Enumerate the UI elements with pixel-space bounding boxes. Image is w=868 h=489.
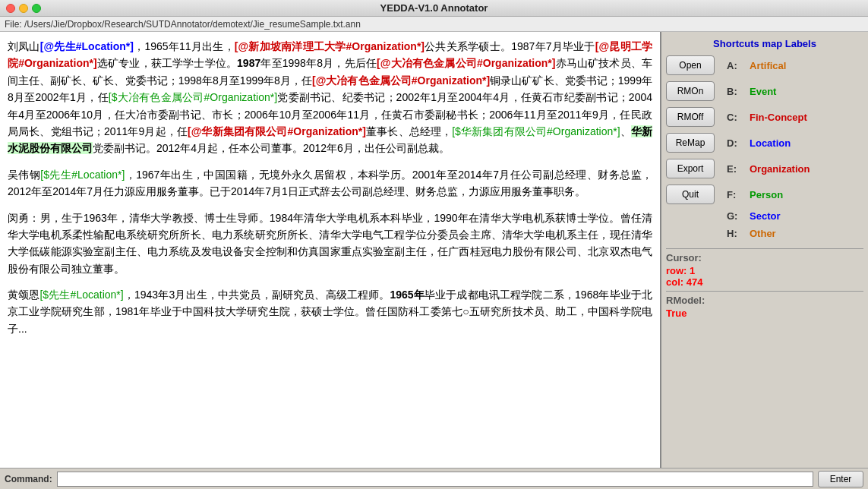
rmodel-value: True: [666, 308, 687, 319]
text-1k: 党委副书记。2012年4月起，任本公司董事。2012年6月，出任公司副总裁。: [93, 142, 450, 154]
text-panel[interactable]: 刘凤山[@先生#Location*]，1965年11月出生，[@新加坡南洋理工大…: [0, 32, 661, 468]
command-input[interactable]: [57, 472, 813, 487]
rmodel-section: RModel: True: [666, 291, 863, 319]
text-min: 闵勇：男，生于1963年，清华大学教授、博士生导师。1984年清华大学电机系本科…: [8, 212, 652, 275]
label-d: Location: [750, 137, 791, 149]
row-quit-f: Quit F: Person: [666, 185, 863, 204]
label-f: Person: [750, 189, 783, 200]
ann-location-1: [@先生#Location*]: [40, 40, 134, 52]
main-content: 刘凤山[@先生#Location*]，1965年11月出生，[@新加坡南洋理工大…: [0, 32, 868, 468]
file-path: File: /Users/Jie/Dropbox/Research/SUTDAn…: [5, 19, 361, 30]
ann-dollar-3: [$先生#Location*]: [40, 169, 125, 181]
text-1d: 1987: [237, 57, 260, 69]
command-label: Command:: [5, 474, 52, 484]
rmoff-button[interactable]: RMOff: [666, 107, 715, 127]
row-rmon-b: RMOn B: Event: [666, 81, 863, 101]
key-f: F:: [727, 189, 742, 200]
row-remap-d: ReMap D: Location: [666, 133, 863, 153]
cursor-row: row: 1: [666, 265, 695, 276]
row-h: H: Other: [666, 228, 863, 239]
text-4b: 1965年: [390, 289, 424, 301]
ann-org-4: [@大冶有色金属公司#Organization*]: [312, 74, 490, 87]
ann-org-3: [@大冶有色金属公司#Organization*]: [377, 57, 555, 69]
right-panel: Shortcuts map Labels Open A: Artifical R…: [661, 32, 868, 468]
label-g: Sector: [750, 210, 780, 222]
text-liu: 刘凤山: [8, 40, 40, 52]
rmodel-label: RModel:: [666, 295, 705, 306]
ann-dollar-4: [$先生#Location*]: [39, 289, 123, 301]
export-button[interactable]: Export: [666, 159, 715, 178]
ann-dollar-1: [$大冶有色金属公司#Organization*]: [109, 91, 277, 103]
minimize-button[interactable]: [19, 4, 28, 13]
row-g: G: Sector: [666, 210, 863, 222]
key-e: E:: [727, 163, 742, 175]
remap-button[interactable]: ReMap: [666, 133, 715, 153]
label-e: Organization: [750, 163, 810, 175]
ann-dollar-2: [$华新集团有限公司#Organization*]: [452, 125, 620, 137]
text-4a: ，1943年3月出生，中共党员，副研究员、高级工程师。: [124, 289, 390, 301]
maximize-button[interactable]: [32, 4, 41, 13]
quit-button[interactable]: Quit: [666, 185, 715, 204]
cursor-label: Cursor:: [666, 252, 702, 263]
label-c: Fin-Concept: [750, 112, 807, 123]
text-1i: 董事长、总经理，: [366, 125, 452, 137]
text-1a: ，1965年11月出生，: [134, 40, 235, 52]
key-g: G:: [727, 210, 742, 222]
ann-org-1: [@新加坡南洋理工大学#Organization*]: [235, 40, 425, 52]
enter-button[interactable]: Enter: [818, 471, 863, 487]
key-d: D:: [727, 137, 742, 149]
rmon-button[interactable]: RMOn: [666, 81, 715, 101]
paragraph-2: 吴伟钢[$先生#Location*]，1967年出生，中国国籍，无境外永久居留权…: [8, 166, 652, 200]
window-title: YEDDA-V1.0 Annotator: [380, 2, 488, 14]
text-1b: 公共关系学硕士。1987年7月毕业于: [425, 40, 595, 52]
close-button[interactable]: [6, 4, 15, 13]
row-rmoff-c: RMOff C: Fin-Concept: [666, 107, 863, 127]
text-huang: 黄颂恩: [8, 289, 39, 301]
text-wu: 吴伟钢: [8, 169, 40, 181]
shortcuts-title: Shortcuts map Labels: [666, 38, 863, 49]
open-button[interactable]: Open: [666, 55, 715, 75]
cursor-col: col: 474: [666, 276, 702, 288]
key-h: H:: [727, 228, 742, 239]
row-export-e: Export E: Organization: [666, 159, 863, 178]
key-a: A:: [727, 60, 742, 71]
label-b: Event: [750, 86, 776, 97]
menubar: File: /Users/Jie/Dropbox/Research/SUTDAn…: [0, 17, 868, 32]
row-open-a: Open A: Artifical: [666, 55, 863, 75]
text-1e: 年至1998年8月，先后任: [260, 57, 377, 69]
ann-org-5: [@华新集团有限公司#Organization*]: [188, 125, 366, 137]
paragraph-1: 刘凤山[@先生#Location*]，1965年11月出生，[@新加坡南洋理工大…: [8, 38, 652, 157]
key-b: B:: [727, 86, 742, 97]
key-c: C:: [727, 112, 742, 123]
text-1j: 、: [620, 125, 631, 137]
label-h: Other: [750, 228, 776, 239]
traffic-lights: [6, 4, 41, 13]
paragraph-3: 闵勇：男，生于1963年，清华大学教授、博士生导师。1984年清华大学电机系本科…: [8, 210, 652, 278]
label-a: Artifical: [750, 60, 786, 71]
command-bar: Command: Enter: [0, 468, 868, 489]
paragraph-4: 黄颂恩[$先生#Location*]，1943年3月出生，中共党员，副研究员、高…: [8, 286, 652, 337]
titlebar: YEDDA-V1.0 Annotator: [0, 0, 868, 17]
text-1c: 选矿专业，获工学学士学位。: [97, 57, 237, 69]
cursor-section: Cursor: row: 1 col: 474: [666, 248, 863, 288]
